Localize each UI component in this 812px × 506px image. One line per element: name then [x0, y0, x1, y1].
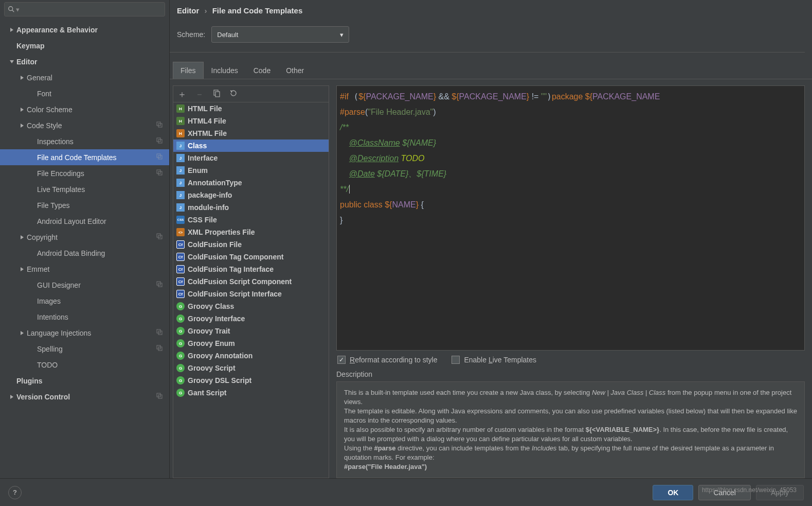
chevron-right-icon [17, 107, 27, 112]
sidebar-item-file-and-code-templates[interactable]: File and Code Templates [0, 149, 169, 165]
sidebar-item-copyright[interactable]: Copyright [0, 229, 169, 245]
search-input[interactable]: ▾ [4, 2, 165, 16]
checkbox-icon [452, 356, 460, 364]
template-item-label: ColdFusion Tag Component [188, 253, 283, 261]
checkbox-icon [337, 356, 346, 364]
template-item-label: Groovy Class [188, 302, 234, 310]
tab-files[interactable]: Files [173, 62, 204, 79]
file-type-icon: J [176, 142, 185, 150]
template-item-groovy-dsl-script[interactable]: GGroovy DSL Script [173, 374, 329, 387]
template-item-coldfusion-tag-interface[interactable]: CfColdFusion Tag Interface [173, 263, 329, 275]
file-type-icon: G [176, 315, 185, 323]
file-type-icon: <> [176, 228, 185, 236]
sidebar-item-code-style[interactable]: Code Style [0, 117, 169, 133]
editor-panel: #if (${PACKAGE_NAME} && ${PACKAGE_NAME} … [336, 85, 805, 478]
template-item-package-info[interactable]: Jpackage-info [173, 189, 329, 201]
file-type-icon: G [176, 364, 185, 372]
sidebar-item-live-templates[interactable]: Live Templates [0, 181, 169, 197]
template-item-groovy-script[interactable]: GGroovy Script [173, 362, 329, 374]
tab-other[interactable]: Other [278, 62, 312, 79]
template-item-html-file[interactable]: HHTML File [173, 102, 329, 115]
scope-badge-icon [156, 328, 163, 337]
template-item-gant-script[interactable]: GGant Script [173, 387, 329, 399]
sidebar-item-font[interactable]: Font [0, 85, 169, 101]
template-item-annotationtype[interactable]: JAnnotationType [173, 177, 329, 189]
template-item-groovy-interface[interactable]: GGroovy Interface [173, 312, 329, 325]
chevron-right-icon [17, 267, 27, 272]
template-item-groovy-enum[interactable]: GGroovy Enum [173, 337, 329, 350]
template-item-coldfusion-tag-component[interactable]: CfColdFusion Tag Component [173, 251, 329, 263]
svg-point-0 [9, 7, 13, 11]
template-item-label: HTML4 File [188, 117, 226, 125]
ok-button[interactable]: OK [653, 485, 693, 500]
sidebar-item-plugins[interactable]: Plugins [0, 373, 169, 389]
template-item-css-file[interactable]: CSSCSS File [173, 214, 329, 226]
sidebar-item-spelling[interactable]: Spelling [0, 341, 169, 357]
dialog-footer: ? OK Cancel Apply [0, 478, 812, 506]
sidebar-item-color-scheme[interactable]: Color Scheme [0, 101, 169, 117]
template-item-coldfusion-file[interactable]: CfColdFusion File [173, 238, 329, 251]
sidebar-item-editor[interactable]: Editor [0, 54, 169, 69]
file-type-icon: H [176, 129, 185, 137]
breadcrumb-page: File and Code Templates [212, 6, 303, 15]
sidebar-item-label: File Types [37, 201, 70, 210]
enable-live-templates-checkbox[interactable]: Enable Live Templates [452, 356, 536, 364]
chevron-right-icon [7, 394, 16, 399]
file-type-icon: J [176, 191, 185, 199]
sidebar-item-appearance-behavior[interactable]: Appearance & Behavior [0, 22, 169, 38]
sidebar-item-android-data-binding[interactable]: Android Data Binding [0, 245, 169, 261]
template-item-groovy-annotation[interactable]: GGroovy Annotation [173, 350, 329, 362]
breadcrumb-root[interactable]: Editor [177, 6, 199, 15]
template-item-groovy-trait[interactable]: GGroovy Trait [173, 325, 329, 337]
tab-includes[interactable]: Includes [204, 62, 246, 79]
template-item-xhtml-file[interactable]: HXHTML File [173, 127, 329, 139]
template-item-groovy-class[interactable]: GGroovy Class [173, 300, 329, 312]
template-item-enum[interactable]: JEnum [173, 164, 329, 177]
sidebar-item-gui-designer[interactable]: GUI Designer [0, 277, 169, 293]
template-item-xml-properties-file[interactable]: <>XML Properties File [173, 226, 329, 238]
template-item-class[interactable]: JClass [173, 139, 329, 152]
file-type-icon: Cf [176, 290, 185, 298]
sidebar-item-intentions[interactable]: Intentions [0, 309, 169, 325]
sidebar-item-keymap[interactable]: Keymap [0, 38, 169, 54]
add-button[interactable]: ＋ [177, 88, 187, 100]
sidebar-item-file-types[interactable]: File Types [0, 197, 169, 213]
revert-button[interactable] [229, 89, 237, 99]
template-item-interface[interactable]: JInterface [173, 152, 329, 164]
template-item-coldfusion-script-interface[interactable]: CfColdFusion Script Interface [173, 288, 329, 300]
sidebar-item-general[interactable]: General [0, 69, 169, 85]
sidebar-item-file-encodings[interactable]: File Encodings [0, 165, 169, 181]
remove-button[interactable]: － [195, 88, 204, 100]
scope-badge-icon [156, 153, 163, 162]
tab-code[interactable]: Code [246, 62, 278, 79]
sidebar-item-emmet[interactable]: Emmet [0, 261, 169, 277]
template-item-label: Groovy Enum [188, 339, 235, 347]
template-item-label: Groovy DSL Script [188, 376, 251, 385]
template-item-label: ColdFusion File [188, 240, 242, 249]
template-code-editor[interactable]: #if (${PACKAGE_NAME} && ${PACKAGE_NAME} … [336, 85, 805, 351]
template-item-label: Enum [188, 166, 208, 175]
sidebar-item-label: Spelling [37, 345, 63, 353]
sidebar-item-android-layout-editor[interactable]: Android Layout Editor [0, 213, 169, 229]
file-type-icon: Cf [176, 240, 185, 249]
sidebar-item-label: Plugins [16, 377, 43, 385]
scheme-select[interactable]: Default ▾ [211, 26, 349, 43]
sidebar-item-language-injections[interactable]: Language Injections [0, 325, 169, 341]
sidebar-item-inspections[interactable]: Inspections [0, 133, 169, 149]
template-item-coldfusion-script-component[interactable]: CfColdFusion Script Component [173, 275, 329, 288]
reformat-checkbox[interactable]: Reformat according to style [337, 356, 437, 364]
sidebar-item-version-control[interactable]: Version Control [0, 389, 169, 405]
sidebar-item-label: Editor [16, 58, 37, 66]
sidebar-item-label: Images [37, 297, 61, 305]
template-item-module-info[interactable]: Jmodule-info [173, 201, 329, 214]
sidebar-item-images[interactable]: Images [0, 293, 169, 309]
template-item-html4-file[interactable]: HHTML4 File [173, 115, 329, 127]
sidebar-item-todo[interactable]: TODO [0, 357, 169, 373]
help-button[interactable]: ? [8, 486, 22, 499]
description-label: Description [336, 369, 805, 381]
sidebar-item-label: File Encodings [37, 169, 84, 178]
template-item-label: Class [188, 142, 207, 150]
file-type-icon: G [176, 389, 185, 397]
chevron-right-icon [17, 75, 27, 80]
copy-button[interactable] [212, 89, 221, 99]
